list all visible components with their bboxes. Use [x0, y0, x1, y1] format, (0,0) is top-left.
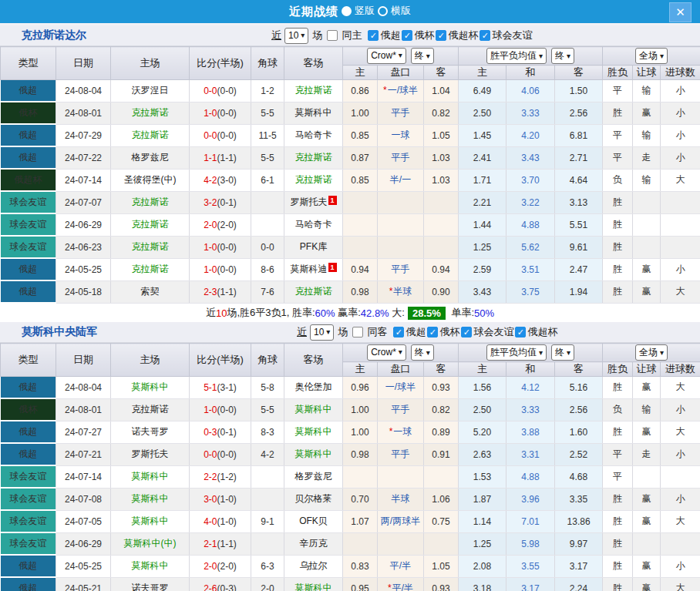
avg-draw-odds: 3.55: [506, 555, 555, 577]
summary-segment: 大:: [389, 306, 405, 320]
league-badge: 球会友谊: [1, 236, 56, 258]
away-team: 莫斯科中: [284, 421, 343, 443]
same-venue-checkbox[interactable]: [327, 30, 338, 41]
home-team-label: 克拉斯诺: [132, 196, 169, 207]
league-filter-checkbox[interactable]: ✓: [427, 327, 438, 337]
avg-home-odds: 1.71: [459, 169, 506, 191]
away-team-label: 克拉斯诺: [295, 152, 332, 163]
away-team-label: 克拉斯诺: [295, 286, 332, 297]
league-filter-checkbox[interactable]: ✓: [436, 30, 446, 41]
score: 1-0(0-0): [190, 236, 251, 258]
odds-company-select[interactable]: Crow*▾: [367, 48, 406, 64]
column-header-5: 客场: [284, 344, 343, 377]
avg-away-odds: 3.13: [555, 191, 603, 213]
corner-score: [251, 191, 284, 213]
home-team-label: 罗斯托夫: [132, 448, 169, 459]
match-date: 24-07-29: [56, 124, 111, 146]
odds-time-select[interactable]: 终▾: [411, 344, 434, 361]
avg-type-select[interactable]: 胜平负均值▾: [486, 344, 547, 361]
avg-type-select[interactable]: 胜平负均值▾: [486, 48, 547, 64]
league-filter-checkbox[interactable]: ✓: [480, 30, 490, 41]
sub-column-header: 和: [506, 65, 555, 80]
summary-segment: 28.5%: [408, 307, 446, 320]
close-button[interactable]: ✕: [669, 2, 692, 22]
away-team: 贝尔格莱: [284, 488, 343, 510]
home-team: 圣彼得堡(中): [111, 169, 190, 191]
crow-away-odds: 1.05: [424, 555, 459, 577]
handicap-line: [378, 532, 424, 555]
goals-result: 大: [661, 280, 700, 303]
league-badge: 俄超: [1, 146, 56, 169]
chevron-down-icon: ▾: [326, 328, 330, 336]
match-row: 球会友谊24-06-29莫斯科中(中)2-1(1-1)辛历克1.255.989.…: [1, 532, 700, 555]
handicap-line: 平/半: [378, 555, 424, 577]
corner-score: 2-0: [251, 577, 284, 591]
recent-count-select[interactable]: 10▾: [310, 324, 334, 341]
crow-away-odds: 0.93: [424, 377, 459, 399]
match-date: 24-07-14: [56, 169, 111, 191]
league-filter-checkbox[interactable]: ✓: [368, 30, 379, 41]
goals-result: 大: [661, 377, 700, 399]
odds-time-select[interactable]: 终▾: [411, 48, 434, 64]
title-group: 近期战绩 竖版横版: [289, 4, 411, 19]
avg-draw-odds: 4.88: [506, 213, 555, 236]
team-section: 莫斯科中央陆军近10▾场同客✓俄超✓俄杯✓球会友谊✓俄超杯类型日期主场比分(半场…: [0, 322, 700, 591]
chevron-down-icon: ▾: [539, 349, 543, 357]
fulltime-score: 0-0: [204, 86, 217, 96]
summary-segment: 赢率:: [335, 306, 361, 320]
goals-result: 小: [661, 398, 700, 421]
avg-away-odds: 3.17: [555, 555, 603, 577]
match-result: 平: [603, 465, 633, 488]
match-result: 平: [603, 80, 633, 102]
league-filter-checkbox[interactable]: ✓: [402, 30, 412, 41]
same-venue-checkbox[interactable]: [352, 327, 363, 337]
layout-radio-label: 竖版: [355, 4, 375, 18]
scope-select[interactable]: 全场▾: [635, 344, 668, 361]
fulltime-score: 2-1: [204, 539, 217, 549]
crow-home-odds: [343, 191, 378, 213]
corner-score: [251, 213, 284, 236]
odds-company-select[interactable]: Crow*▾: [367, 344, 406, 361]
chevron-down-icon: ▾: [426, 52, 430, 60]
odds-company-select-value: Crow*: [371, 347, 396, 358]
corner-score: 5-8: [251, 377, 284, 399]
goals-result: 大: [661, 510, 700, 532]
score: 2-0(2-0): [190, 213, 251, 236]
radio-selected-icon: [342, 6, 352, 16]
matches-table: 类型日期主场比分(半场)角球客场Crow*▾终▾胜平负均值▾终▾全场▾主盘口客主…: [0, 343, 700, 591]
score: 2-6(0-3): [190, 577, 251, 591]
avg-time-select[interactable]: 终▾: [551, 344, 574, 361]
away-team: 克拉斯诺: [284, 169, 343, 191]
fulltime-score: 4-0: [204, 516, 217, 527]
crow-home-odds: 0.98: [343, 443, 378, 465]
handicap-result: 赢: [633, 258, 661, 280]
scope-select-value: 全场: [639, 49, 658, 62]
home-team-label: 克拉斯诺: [132, 404, 169, 415]
halftime-score: (1-0): [217, 516, 237, 527]
handicap-result: 赢: [633, 377, 661, 399]
corner-score: 5-5: [251, 146, 284, 169]
goals-result: [661, 465, 700, 488]
match-date: 24-07-14: [56, 465, 111, 488]
match-result: 负: [603, 169, 633, 191]
score: 1-0(0-0): [190, 102, 251, 124]
home-team-label: 圣彼得堡(中): [124, 174, 177, 185]
league-filter-checkbox[interactable]: ✓: [515, 327, 526, 337]
home-team-label: 莫斯科中: [132, 493, 169, 504]
halftime-score: (2-0): [217, 561, 237, 572]
layout-radio-vertical[interactable]: 竖版: [342, 4, 375, 18]
scope-select[interactable]: 全场▾: [635, 48, 668, 64]
score: 2-1(1-1): [190, 532, 251, 555]
goals-result: 小: [661, 80, 700, 102]
handicap-result: 赢: [633, 510, 661, 532]
league-filter-checkbox[interactable]: ✓: [393, 327, 404, 337]
match-result: 胜: [603, 421, 633, 443]
away-team: 辛历克: [284, 532, 343, 555]
layout-radio-horizontal[interactable]: 横版: [378, 4, 411, 18]
league-filter-checkbox[interactable]: ✓: [461, 327, 472, 337]
fulltime-score: 2-0: [204, 220, 217, 230]
match-row: 俄超24-07-27诺夫哥罗0-3(0-1)8-3莫斯科中1.00*一球0.89…: [1, 421, 700, 443]
recent-count-select[interactable]: 10▾: [284, 28, 308, 44]
avg-time-select[interactable]: 终▾: [551, 48, 574, 64]
corner-score: 7-6: [251, 280, 284, 303]
